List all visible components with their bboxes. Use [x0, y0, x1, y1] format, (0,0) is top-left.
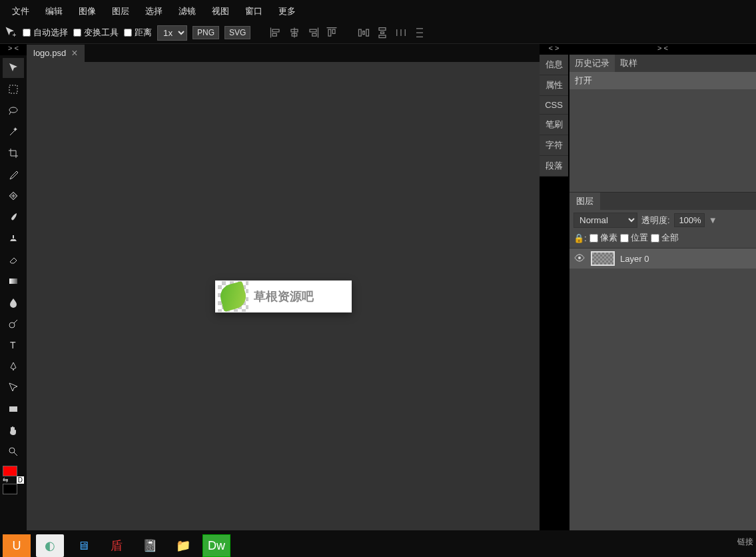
side-tab-info[interactable]: 信息 — [540, 55, 568, 75]
layer-thumbnail[interactable] — [591, 251, 615, 266]
export-png-button[interactable]: PNG — [192, 26, 219, 39]
color-swatches: ⇆ D — [3, 466, 24, 494]
distribute-spacing-v-icon[interactable] — [413, 26, 426, 39]
distance-checkbox[interactable]: 距离 — [124, 27, 152, 39]
lock-position-checkbox[interactable]: 位置 — [620, 232, 648, 244]
menu-more[interactable]: 更多 — [270, 5, 304, 17]
lock-all-checkbox[interactable]: 全部 — [651, 232, 679, 244]
svg-text:+: + — [13, 31, 17, 38]
lock-icon: 🔒: — [573, 233, 587, 243]
align-right-icon[interactable] — [306, 26, 320, 39]
menu-file[interactable]: 文件 — [4, 5, 37, 17]
lock-pixels-checkbox[interactable]: 像素 — [589, 232, 617, 244]
layer-visibility-icon[interactable] — [573, 254, 585, 264]
layer-name[interactable]: Layer 0 — [620, 254, 649, 264]
tab-history[interactable]: 历史记录 — [569, 55, 615, 72]
history-panel: 历史记录 取样 打开 — [569, 55, 756, 192]
default-colors-icon[interactable]: D — [17, 476, 24, 484]
marquee-tool[interactable] — [3, 79, 24, 99]
history-item[interactable]: 打开 — [569, 72, 756, 89]
document-tab-bar: logo.psd × — [27, 44, 540, 62]
side-tab-character[interactable]: 字符 — [540, 135, 568, 156]
side-tab-paragraph[interactable]: 段落 — [540, 156, 568, 177]
close-tab-icon[interactable]: × — [71, 47, 77, 59]
document-tab-label: logo.psd — [33, 48, 66, 58]
menu-bar: 文件 编辑 图像 图层 选择 滤镜 视图 窗口 更多 — [0, 0, 756, 22]
blur-tool[interactable] — [3, 292, 24, 312]
canvas-workspace[interactable]: 草根资源吧 — [27, 62, 540, 530]
lasso-tool[interactable] — [3, 101, 24, 121]
svg-point-5 — [9, 322, 15, 328]
side-tabs-collapse-handle[interactable]: < > — [540, 44, 568, 55]
svg-point-10 — [578, 257, 581, 259]
menu-layer[interactable]: 图层 — [104, 5, 137, 17]
svg-point-2 — [9, 107, 17, 113]
align-left-icon[interactable] — [269, 26, 282, 39]
pen-tool[interactable] — [3, 356, 24, 376]
taskbar-app-7[interactable]: Dw — [202, 534, 230, 557]
svg-rect-4 — [9, 278, 17, 284]
menu-edit[interactable]: 编辑 — [37, 5, 71, 17]
align-center-h-icon[interactable] — [288, 26, 301, 39]
tab-layers[interactable]: 图层 — [569, 193, 600, 210]
clone-stamp-tool[interactable] — [3, 229, 24, 249]
distribute-h-icon[interactable] — [357, 26, 370, 39]
menu-filter[interactable]: 滤镜 — [171, 5, 204, 17]
layers-list[interactable]: Layer 0 — [569, 249, 756, 530]
auto-select-checkbox[interactable]: 自动选择 — [23, 27, 68, 39]
align-top-icon[interactable] — [325, 26, 338, 39]
side-tab-brush[interactable]: 笔刷 — [540, 115, 568, 135]
menu-image[interactable]: 图像 — [71, 5, 104, 17]
eraser-tool[interactable] — [3, 250, 24, 270]
transform-checkbox[interactable]: 变换工具 — [73, 27, 119, 39]
taskbar-app-2[interactable]: ◐ — [36, 534, 64, 557]
right-panel-column: 历史记录 取样 打开 图层 Normal 透明度: 100% ▼ 🔒: 像素 位… — [569, 55, 756, 530]
type-tool[interactable]: T — [3, 335, 24, 355]
background-color-swatch[interactable] — [3, 484, 17, 494]
distribute-v-icon[interactable] — [376, 26, 389, 39]
document-tab[interactable]: logo.psd × — [27, 45, 85, 62]
dodge-tool[interactable] — [3, 314, 24, 334]
distribute-spacing-h-icon[interactable] — [394, 26, 408, 39]
tab-swatches[interactable]: 取样 — [615, 55, 643, 72]
path-select-tool[interactable] — [3, 378, 24, 398]
opacity-slider-icon[interactable]: ▼ — [709, 215, 717, 225]
brush-tool[interactable] — [3, 207, 24, 227]
taskbar-app-4[interactable]: 盾 — [103, 534, 131, 557]
canvas-document: 草根资源吧 — [215, 280, 352, 312]
move-tool[interactable] — [3, 58, 24, 78]
magic-wand-tool[interactable] — [3, 122, 24, 142]
menu-view[interactable]: 视图 — [204, 5, 237, 17]
crop-tool[interactable] — [3, 143, 24, 163]
menu-window[interactable]: 窗口 — [237, 5, 270, 17]
panels-collapse-handle[interactable]: > < — [569, 44, 756, 55]
svg-rect-8 — [9, 406, 17, 412]
side-tab-properties[interactable]: 属性 — [540, 75, 568, 96]
opacity-value[interactable]: 100% — [674, 213, 705, 227]
history-list[interactable]: 打开 — [569, 72, 756, 192]
swap-colors-icon[interactable]: ⇆ — [3, 476, 8, 484]
taskbar-app-5[interactable]: 📓 — [136, 534, 164, 557]
status-text: 链接 — [737, 536, 753, 548]
foreground-color-swatch[interactable] — [3, 466, 17, 476]
taskbar-app-6[interactable]: 📁 — [169, 534, 197, 557]
svg-point-9 — [9, 448, 15, 453]
zoom-tool[interactable] — [3, 442, 24, 462]
rectangle-tool[interactable] — [3, 399, 24, 419]
gradient-tool[interactable] — [3, 271, 24, 291]
opacity-label: 透明度: — [641, 215, 670, 227]
zoom-select[interactable]: 1x — [157, 25, 187, 41]
taskbar-app-1[interactable]: U — [3, 534, 31, 557]
toolbar-collapse-handle[interactable]: > < — [0, 44, 27, 55]
layer-row[interactable]: Layer 0 — [569, 249, 756, 269]
side-tab-css[interactable]: CSS — [540, 96, 568, 115]
tool-palette: T ⇆ D — [0, 55, 27, 530]
blend-mode-select[interactable]: Normal — [573, 213, 637, 228]
hand-tool[interactable] — [3, 420, 24, 440]
taskbar-app-3[interactable]: 🖥 — [69, 534, 97, 557]
eyedropper-tool[interactable] — [3, 165, 24, 185]
export-svg-button[interactable]: SVG — [224, 26, 250, 39]
menu-select[interactable]: 选择 — [137, 5, 171, 17]
os-taskbar: U ◐ 🖥 盾 📓 📁 Dw 链接 — [0, 530, 756, 557]
healing-tool[interactable] — [3, 186, 24, 206]
